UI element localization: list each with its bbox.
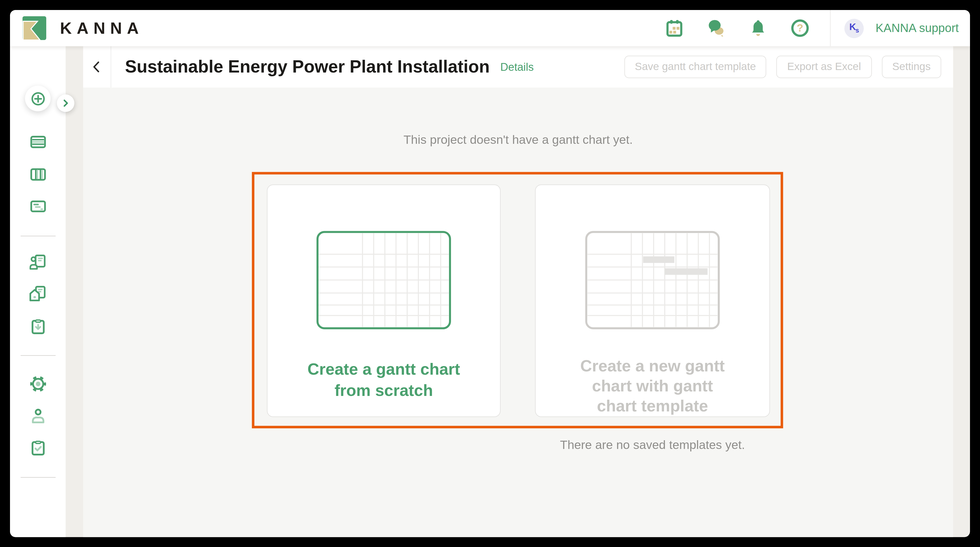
clipboard-check-icon	[29, 439, 47, 458]
sidebar-item-downloads[interactable]	[29, 317, 47, 336]
plus-circle-icon	[29, 90, 46, 107]
background-gap-left	[66, 46, 83, 537]
details-link[interactable]: Details	[500, 60, 534, 73]
gantt-grid-green-icon	[316, 231, 451, 330]
help-icon[interactable]: ?	[791, 19, 809, 38]
gear-icon	[29, 375, 47, 394]
notifications-bell-icon[interactable]	[749, 19, 767, 38]
gantt-card-icon	[29, 197, 47, 216]
house-document-icon	[29, 285, 47, 304]
app-window: KANNA	[10, 10, 970, 537]
sidebar-divider	[21, 236, 56, 237]
sidebar-item-gantt-view[interactable]	[29, 197, 47, 216]
table-rows-icon	[29, 132, 47, 152]
card-label-line: from scratch	[334, 381, 433, 400]
kanna-logo-icon[interactable]	[22, 16, 46, 40]
sidebar-divider	[21, 477, 56, 478]
top-app-bar: KANNA	[10, 10, 970, 46]
content-area: This project doesn't have a gantt chart …	[83, 88, 953, 537]
user-name[interactable]: KANNA support	[875, 21, 959, 35]
sidebar-item-client-records[interactable]	[29, 254, 47, 272]
kanban-columns-icon	[29, 165, 47, 184]
person-document-icon	[29, 254, 47, 272]
person-icon	[29, 407, 47, 426]
chevron-right-icon	[57, 94, 75, 112]
empty-state-message: This project doesn't have a gantt chart …	[83, 132, 953, 147]
chevron-left-icon	[88, 58, 106, 76]
gantt-grid-gray-icon	[585, 231, 720, 330]
no-templates-note: There are no saved templates yet.	[560, 438, 745, 452]
add-new-button[interactable]	[25, 86, 51, 112]
sidebar-item-site-records[interactable]	[29, 285, 47, 304]
screen: KANNA	[0, 0, 980, 547]
sidebar-item-members[interactable]	[29, 407, 47, 426]
save-gantt-template-button[interactable]: Save gantt chart template	[624, 56, 767, 78]
create-gantt-from-scratch-card[interactable]: Create a gantt chart from scratch	[267, 185, 501, 417]
create-gantt-from-template-card[interactable]: Create a new gantt chart with gantt char…	[535, 185, 770, 417]
gantt-bar	[665, 268, 708, 275]
main-panel: Sustainable Energy Power Plant Installat…	[83, 46, 953, 537]
sidebar	[10, 46, 66, 537]
page-header: Sustainable Energy Power Plant Installat…	[83, 46, 953, 88]
svg-text:?: ?	[797, 22, 803, 34]
background-gap-right	[953, 46, 970, 537]
calendar-icon[interactable]	[665, 19, 684, 38]
card-label: Create a gantt chart from scratch	[307, 359, 460, 401]
avatar-initial-secondary: s	[856, 27, 859, 33]
sidebar-item-project-list[interactable]	[29, 132, 47, 152]
brand-wordmark: KANNA	[60, 19, 144, 38]
body-row: Sustainable Energy Power Plant Installat…	[10, 46, 970, 537]
highlight-outline: Create a gantt chart from scratch	[252, 172, 783, 429]
topbar-divider	[830, 10, 831, 46]
sidebar-item-settings[interactable]	[29, 375, 47, 394]
chat-icon[interactable]	[707, 19, 725, 38]
sidebar-divider	[21, 355, 56, 356]
user-avatar[interactable]: K s	[844, 19, 864, 38]
back-button[interactable]	[83, 46, 111, 88]
avatar-initial-primary: K	[849, 21, 856, 32]
card-label-line: chart with gantt	[592, 376, 713, 395]
card-label-line: chart template	[597, 396, 708, 415]
topbar-icon-group: ?	[665, 19, 810, 38]
page-title: Sustainable Energy Power Plant Installat…	[125, 57, 490, 77]
clipboard-download-icon	[29, 317, 47, 336]
card-label-line: Create a gantt chart	[307, 360, 460, 378]
card-label-line: Create a new gantt	[580, 356, 725, 375]
export-excel-button[interactable]: Export as Excel	[776, 56, 872, 78]
sidebar-item-board-view[interactable]	[29, 165, 47, 184]
sidebar-item-tasks[interactable]	[29, 439, 47, 458]
settings-button[interactable]: Settings	[881, 56, 941, 78]
gantt-bar	[643, 256, 675, 263]
sidebar-expand-button[interactable]	[57, 94, 75, 112]
card-label: Create a new gantt chart with gantt char…	[580, 356, 725, 416]
